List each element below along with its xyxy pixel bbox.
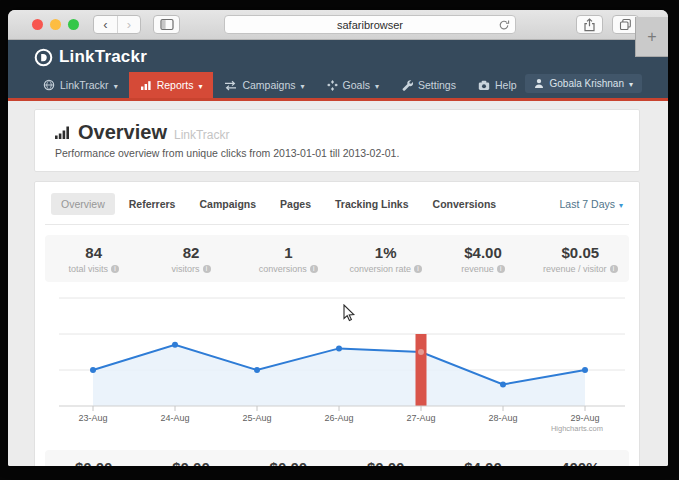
stat-value: $0.00 <box>240 459 337 466</box>
page-title-brand: LinkTrackr <box>174 128 230 142</box>
help-icon <box>478 80 490 91</box>
nav-item-settings[interactable]: Settings <box>390 72 467 98</box>
share-icon <box>583 18 596 32</box>
stat-cpa: $0.00 cpa <box>337 459 434 466</box>
report-tabs: Overview Referrers Campaigns Pages Track… <box>45 191 629 225</box>
page-title: Overview <box>78 121 167 144</box>
linktrackr-logo-icon <box>34 48 53 67</box>
tabs-icon <box>619 18 632 31</box>
svg-text:25-Aug: 25-Aug <box>242 413 271 423</box>
diamond-icon <box>327 80 338 91</box>
bar-chart-icon <box>140 80 152 91</box>
page-header: Overview LinkTrackr Performance overview… <box>34 109 640 172</box>
date-range-label: Last 7 Days <box>560 198 615 210</box>
close-window-button[interactable] <box>32 19 43 30</box>
stat-value: $0.00 <box>45 459 142 466</box>
brand-name: LinkTrackr <box>59 47 147 67</box>
nav-label: Goals <box>343 79 370 91</box>
info-icon[interactable] <box>497 265 505 273</box>
nav-item-reports[interactable]: Reports <box>129 72 214 98</box>
stat-label: total visits <box>68 264 108 274</box>
stats-row-top: 84 total visits 82 visitors 1 conversion… <box>45 235 629 282</box>
caret-down-icon <box>114 79 118 91</box>
stat-value: 1 <box>240 244 337 261</box>
svg-text:29-Aug: 29-Aug <box>570 413 599 423</box>
sidebar-icon <box>160 18 174 31</box>
stat-label: conversions <box>259 264 307 274</box>
tab-campaigns[interactable]: Campaigns <box>189 193 266 215</box>
stat-label: visitors <box>171 264 199 274</box>
nav-item-campaigns[interactable]: Campaigns <box>213 72 315 98</box>
svg-text:28-Aug: 28-Aug <box>488 413 517 423</box>
sidebar-toggle-button[interactable] <box>153 15 180 34</box>
tab-pages[interactable]: Pages <box>270 193 321 215</box>
stat-cost-day: $0.00 cost / day <box>240 459 337 466</box>
stat-value: 400% <box>532 459 629 466</box>
nav-label: Help <box>495 79 517 91</box>
stat-value: 82 <box>142 244 239 261</box>
stat-value: $0.05 <box>532 244 629 261</box>
mouse-cursor <box>343 304 356 326</box>
stats-row-bottom: $0.00 total cost $0.00 cost / visit $0.0… <box>45 450 629 466</box>
nav-label: Reports <box>157 79 194 91</box>
history-buttons <box>93 15 141 34</box>
info-icon[interactable] <box>414 265 422 273</box>
shuffle-icon <box>224 80 237 91</box>
date-range-selector[interactable]: Last 7 Days <box>560 198 623 210</box>
stat-value: $4.00 <box>434 244 531 261</box>
browser-window: safaribrowser <box>8 10 668 466</box>
visits-chart[interactable]: 23-Aug24-Aug25-Aug26-Aug27-Aug28-Aug29-A… <box>45 288 629 440</box>
nav-item-help[interactable]: Help <box>467 72 528 98</box>
svg-text:Highcharts.com: Highcharts.com <box>551 424 603 433</box>
tab-overview[interactable]: Overview <box>51 193 115 215</box>
info-icon[interactable] <box>310 265 318 273</box>
svg-text:26-Aug: 26-Aug <box>324 413 353 423</box>
svg-text:23-Aug: 23-Aug <box>78 413 107 423</box>
tab-conversions[interactable]: Conversions <box>423 193 507 215</box>
stat-revenue: $4.00 revenue <box>434 244 531 274</box>
caret-down-icon <box>629 78 633 89</box>
brand: LinkTrackr <box>8 40 668 72</box>
wrench-icon <box>401 79 413 91</box>
app-navbar: LinkTrackr LinkTrackr Reports <box>8 40 668 101</box>
svg-text:27-Aug: 27-Aug <box>406 413 435 423</box>
stat-revenue-visitor: $0.05 revenue / visitor <box>532 244 629 274</box>
stat-visitors: 82 visitors <box>142 244 239 274</box>
zoom-window-button[interactable] <box>68 19 79 30</box>
stat-value: $0.00 <box>142 459 239 466</box>
stat-label: conversion rate <box>349 264 411 274</box>
stat-profit: $4.00 profit <box>434 459 531 466</box>
stat-total-cost: $0.00 total cost <box>45 459 142 466</box>
nav-label: LinkTrackr <box>60 79 109 91</box>
tab-tracking-links[interactable]: Tracking Links <box>325 193 419 215</box>
nav-item-linktrackr[interactable]: LinkTrackr <box>32 72 129 98</box>
url-text: safaribrowser <box>337 19 403 31</box>
reload-icon[interactable] <box>498 19 510 33</box>
stat-label: revenue <box>461 264 494 274</box>
caret-down-icon <box>198 79 202 91</box>
forward-button[interactable] <box>117 16 140 33</box>
stat-value: 84 <box>45 244 142 261</box>
info-icon[interactable] <box>610 265 618 273</box>
nav-item-goals[interactable]: Goals <box>316 72 390 98</box>
browser-toolbar: safaribrowser <box>8 10 668 40</box>
user-name: Gobala Krishnan <box>549 78 624 89</box>
caret-down-icon <box>301 79 305 91</box>
address-bar[interactable]: safaribrowser <box>224 15 516 34</box>
stat-roi: 400% roi <box>532 459 629 466</box>
page-content: Overview LinkTrackr Performance overview… <box>8 101 668 466</box>
info-icon[interactable] <box>111 265 119 273</box>
minimize-window-button[interactable] <box>50 19 61 30</box>
user-menu-button[interactable]: Gobala Krishnan <box>525 74 642 93</box>
stat-conversion-rate: 1% conversion rate <box>337 244 434 274</box>
stat-value: 1% <box>337 244 434 261</box>
stat-label: revenue / visitor <box>543 264 607 274</box>
new-tab-button[interactable] <box>635 17 668 57</box>
caret-down-icon <box>619 198 623 210</box>
chart-canvas: 23-Aug24-Aug25-Aug26-Aug27-Aug28-Aug29-A… <box>53 288 631 438</box>
back-button[interactable] <box>94 16 117 33</box>
stat-cost-visit: $0.00 cost / visit <box>142 459 239 466</box>
share-button[interactable] <box>576 15 603 34</box>
info-icon[interactable] <box>203 265 211 273</box>
tab-referrers[interactable]: Referrers <box>119 193 186 215</box>
